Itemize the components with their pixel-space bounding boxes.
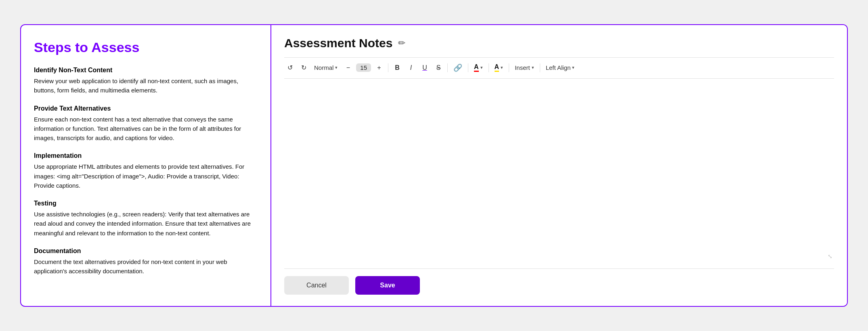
step-heading-3: Implementation [34, 152, 258, 159]
undo-button[interactable]: ↺ [284, 62, 296, 73]
italic-icon: I [410, 64, 412, 71]
step-section-1: Identify Non-Text Content Review your we… [34, 67, 258, 95]
font-style-label: Normal [314, 64, 333, 71]
step-heading-5: Documentation [34, 247, 258, 255]
undo-icon: ↺ [287, 64, 293, 71]
redo-icon: ↻ [301, 64, 306, 71]
step-body-2: Ensure each non-text content has a text … [34, 115, 258, 143]
toolbar-separator-6 [540, 63, 540, 72]
underline-button[interactable]: U [419, 62, 430, 73]
font-size-increase-button[interactable]: + [373, 62, 385, 73]
step-body-3: Use appropriate HTML attributes and elem… [34, 162, 258, 190]
highlight-label: A [495, 63, 499, 72]
main-container: Steps to Assess Identify Non-Text Conten… [20, 24, 848, 307]
align-label: Left Align [546, 64, 571, 71]
insert-label: Insert [515, 64, 530, 71]
italic-button[interactable]: I [405, 62, 417, 73]
toolbar-separator-3 [468, 63, 468, 72]
panel-title: Assessment Notes [284, 36, 392, 50]
underline-icon: U [422, 64, 427, 71]
page-title: Steps to Assess [34, 40, 258, 55]
text-color-dropdown[interactable]: A ▾ [472, 62, 485, 73]
link-button[interactable]: 🔗 [451, 62, 465, 73]
strikethrough-button[interactable]: S [433, 62, 444, 73]
highlight-chevron: ▾ [501, 65, 503, 70]
step-heading-1: Identify Non-Text Content [34, 67, 258, 74]
left-panel: Steps to Assess Identify Non-Text Conten… [21, 25, 271, 306]
panel-header: Assessment Notes ✏ [284, 36, 834, 50]
text-color-chevron: ▾ [480, 65, 483, 70]
step-body-5: Document the text alternatives provided … [34, 257, 258, 276]
toolbar-separator-5 [509, 63, 509, 72]
step-body-1: Review your web application to identify … [34, 76, 258, 95]
align-chevron: ▾ [572, 65, 574, 70]
footer-buttons: Cancel Save [284, 268, 834, 295]
font-style-chevron: ▾ [335, 65, 338, 70]
strikethrough-icon: S [436, 64, 441, 71]
bold-icon: B [395, 64, 400, 71]
save-button[interactable]: Save [355, 276, 420, 295]
step-heading-4: Testing [34, 200, 258, 207]
step-heading-2: Provide Text Alternatives [34, 105, 258, 112]
bold-button[interactable]: B [392, 62, 403, 73]
editor-toolbar: ↺ ↻ Normal ▾ − 15 + B I [284, 57, 834, 79]
align-dropdown[interactable]: Left Align ▾ [543, 63, 577, 73]
insert-dropdown[interactable]: Insert ▾ [512, 63, 537, 73]
minus-icon: − [346, 64, 350, 71]
toolbar-separator-2 [447, 63, 448, 72]
redo-button[interactable]: ↻ [298, 62, 309, 73]
notes-editor[interactable] [284, 83, 834, 261]
highlight-color-dropdown[interactable]: A ▾ [492, 62, 506, 73]
toolbar-separator-1 [388, 63, 388, 72]
step-section-2: Provide Text Alternatives Ensure each no… [34, 105, 258, 143]
insert-chevron: ▾ [532, 65, 534, 70]
step-body-4: Use assistive technologies (e.g., screen… [34, 209, 258, 238]
link-icon: 🔗 [453, 63, 462, 72]
edit-icon[interactable]: ✏ [398, 38, 405, 48]
font-style-dropdown[interactable]: Normal ▾ [312, 63, 340, 73]
editor-wrapper: ⤡ [284, 79, 834, 261]
step-section-5: Documentation Document the text alternat… [34, 247, 258, 276]
font-size-display: 15 [356, 63, 371, 72]
font-size-decrease-button[interactable]: − [342, 62, 354, 73]
plus-icon: + [377, 64, 381, 71]
step-section-4: Testing Use assistive technologies (e.g.… [34, 200, 258, 238]
cancel-button[interactable]: Cancel [284, 276, 349, 295]
text-color-label: A [474, 63, 479, 72]
toolbar-separator-4 [489, 63, 489, 72]
step-section-3: Implementation Use appropriate HTML attr… [34, 152, 258, 190]
right-panel: Assessment Notes ✏ ↺ ↻ Normal ▾ − 15 + [271, 25, 847, 306]
